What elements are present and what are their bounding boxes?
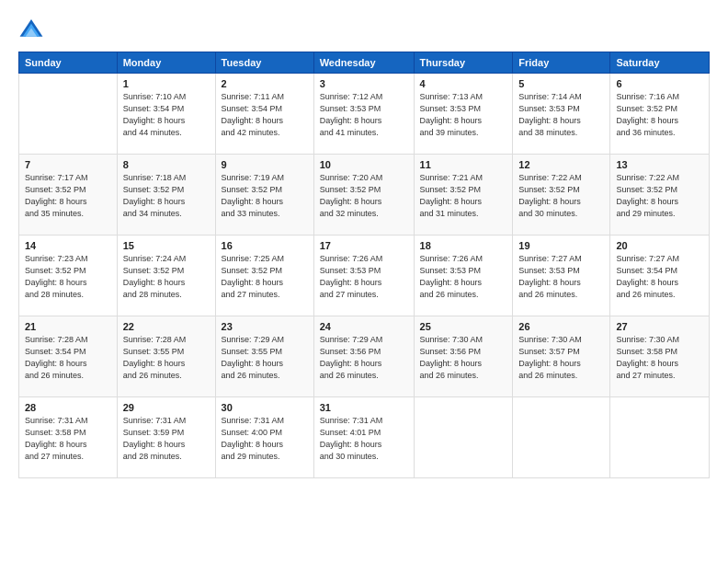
day-number: 18 (420, 240, 507, 251)
day-number: 1 (123, 78, 210, 89)
week-row-0: 1Sunrise: 7:10 AM Sunset: 3:54 PM Daylig… (19, 74, 710, 155)
day-cell: 1Sunrise: 7:10 AM Sunset: 3:54 PM Daylig… (117, 74, 215, 155)
day-cell (610, 397, 710, 478)
weekday-header-friday: Friday (513, 52, 610, 74)
day-info: Sunrise: 7:22 AM Sunset: 3:52 PM Dayligh… (518, 172, 604, 220)
day-cell: 8Sunrise: 7:18 AM Sunset: 3:52 PM Daylig… (117, 155, 215, 236)
day-info: Sunrise: 7:30 AM Sunset: 3:56 PM Dayligh… (420, 334, 507, 382)
day-info: Sunrise: 7:17 AM Sunset: 3:52 PM Dayligh… (25, 172, 111, 220)
day-cell: 29Sunrise: 7:31 AM Sunset: 3:59 PM Dayli… (117, 397, 215, 478)
day-number: 23 (222, 321, 308, 332)
day-info: Sunrise: 7:31 AM Sunset: 3:59 PM Dayligh… (123, 415, 210, 463)
day-cell: 4Sunrise: 7:13 AM Sunset: 3:53 PM Daylig… (414, 74, 513, 155)
day-info: Sunrise: 7:28 AM Sunset: 3:54 PM Dayligh… (25, 334, 111, 382)
day-info: Sunrise: 7:24 AM Sunset: 3:52 PM Dayligh… (123, 253, 210, 301)
day-number: 5 (518, 78, 604, 89)
day-number: 15 (123, 240, 210, 251)
day-number: 29 (123, 402, 210, 413)
day-cell: 9Sunrise: 7:19 AM Sunset: 3:52 PM Daylig… (215, 155, 313, 236)
day-info: Sunrise: 7:10 AM Sunset: 3:54 PM Dayligh… (123, 91, 210, 139)
day-number: 11 (420, 159, 507, 170)
day-number: 27 (616, 321, 703, 332)
day-number: 24 (320, 321, 408, 332)
day-cell: 6Sunrise: 7:16 AM Sunset: 3:52 PM Daylig… (610, 74, 710, 155)
day-cell: 16Sunrise: 7:25 AM Sunset: 3:52 PM Dayli… (215, 236, 313, 316)
day-number: 21 (25, 321, 111, 332)
day-number: 8 (123, 159, 210, 170)
day-info: Sunrise: 7:31 AM Sunset: 4:01 PM Dayligh… (320, 415, 408, 463)
weekday-header-tuesday: Tuesday (215, 52, 313, 74)
day-info: Sunrise: 7:30 AM Sunset: 3:57 PM Dayligh… (518, 334, 604, 382)
day-info: Sunrise: 7:29 AM Sunset: 3:56 PM Dayligh… (320, 334, 408, 382)
day-number: 22 (123, 321, 210, 332)
day-cell (414, 397, 513, 478)
day-number: 14 (25, 240, 111, 251)
day-number: 7 (25, 159, 111, 170)
day-info: Sunrise: 7:26 AM Sunset: 3:53 PM Dayligh… (320, 253, 408, 301)
week-row-2: 14Sunrise: 7:23 AM Sunset: 3:52 PM Dayli… (19, 236, 710, 316)
day-number: 10 (320, 159, 408, 170)
day-cell: 28Sunrise: 7:31 AM Sunset: 3:58 PM Dayli… (19, 397, 118, 478)
day-number: 9 (222, 159, 308, 170)
day-cell: 3Sunrise: 7:12 AM Sunset: 3:53 PM Daylig… (313, 74, 414, 155)
day-cell: 23Sunrise: 7:29 AM Sunset: 3:55 PM Dayli… (215, 316, 313, 397)
weekday-header-monday: Monday (117, 52, 215, 74)
day-number: 16 (222, 240, 308, 251)
day-number: 2 (222, 78, 308, 89)
week-row-3: 21Sunrise: 7:28 AM Sunset: 3:54 PM Dayli… (19, 316, 710, 397)
day-cell: 24Sunrise: 7:29 AM Sunset: 3:56 PM Dayli… (313, 316, 414, 397)
day-info: Sunrise: 7:21 AM Sunset: 3:52 PM Dayligh… (420, 172, 507, 220)
day-info: Sunrise: 7:22 AM Sunset: 3:52 PM Dayligh… (616, 172, 703, 220)
day-number: 3 (320, 78, 408, 89)
day-info: Sunrise: 7:14 AM Sunset: 3:53 PM Dayligh… (518, 91, 604, 139)
day-cell: 31Sunrise: 7:31 AM Sunset: 4:01 PM Dayli… (313, 397, 414, 478)
calendar-body: 1Sunrise: 7:10 AM Sunset: 3:54 PM Daylig… (19, 74, 710, 478)
weekday-header-wednesday: Wednesday (313, 52, 414, 74)
day-info: Sunrise: 7:20 AM Sunset: 3:52 PM Dayligh… (320, 172, 408, 220)
day-info: Sunrise: 7:12 AM Sunset: 3:53 PM Dayligh… (320, 91, 408, 139)
day-number: 28 (25, 402, 111, 413)
day-number: 26 (518, 321, 604, 332)
day-cell: 12Sunrise: 7:22 AM Sunset: 3:52 PM Dayli… (513, 155, 610, 236)
day-number: 31 (320, 402, 408, 413)
day-cell: 5Sunrise: 7:14 AM Sunset: 3:53 PM Daylig… (513, 74, 610, 155)
page: SundayMondayTuesdayWednesdayThursdayFrid… (0, 0, 728, 563)
day-cell: 17Sunrise: 7:26 AM Sunset: 3:53 PM Dayli… (313, 236, 414, 316)
day-info: Sunrise: 7:29 AM Sunset: 3:55 PM Dayligh… (222, 334, 308, 382)
day-cell (513, 397, 610, 478)
week-row-1: 7Sunrise: 7:17 AM Sunset: 3:52 PM Daylig… (19, 155, 710, 236)
calendar-header: SundayMondayTuesdayWednesdayThursdayFrid… (19, 52, 710, 74)
day-cell: 7Sunrise: 7:17 AM Sunset: 3:52 PM Daylig… (19, 155, 118, 236)
day-info: Sunrise: 7:28 AM Sunset: 3:55 PM Dayligh… (123, 334, 210, 382)
day-number: 25 (420, 321, 507, 332)
calendar-table: SundayMondayTuesdayWednesdayThursdayFrid… (18, 52, 710, 478)
day-info: Sunrise: 7:11 AM Sunset: 3:54 PM Dayligh… (222, 91, 308, 139)
day-cell: 14Sunrise: 7:23 AM Sunset: 3:52 PM Dayli… (19, 236, 118, 316)
day-cell: 19Sunrise: 7:27 AM Sunset: 3:53 PM Dayli… (513, 236, 610, 316)
day-cell: 11Sunrise: 7:21 AM Sunset: 3:52 PM Dayli… (414, 155, 513, 236)
day-number: 13 (616, 159, 703, 170)
day-cell: 22Sunrise: 7:28 AM Sunset: 3:55 PM Dayli… (117, 316, 215, 397)
day-cell: 30Sunrise: 7:31 AM Sunset: 4:00 PM Dayli… (215, 397, 313, 478)
weekday-header-thursday: Thursday (414, 52, 513, 74)
weekday-header-sunday: Sunday (19, 52, 118, 74)
day-cell: 21Sunrise: 7:28 AM Sunset: 3:54 PM Dayli… (19, 316, 118, 397)
day-cell: 15Sunrise: 7:24 AM Sunset: 3:52 PM Dayli… (117, 236, 215, 316)
day-cell: 18Sunrise: 7:26 AM Sunset: 3:53 PM Dayli… (414, 236, 513, 316)
day-info: Sunrise: 7:31 AM Sunset: 4:00 PM Dayligh… (222, 415, 308, 463)
day-info: Sunrise: 7:27 AM Sunset: 3:54 PM Dayligh… (616, 253, 703, 301)
day-info: Sunrise: 7:25 AM Sunset: 3:52 PM Dayligh… (222, 253, 308, 301)
day-info: Sunrise: 7:19 AM Sunset: 3:52 PM Dayligh… (222, 172, 308, 220)
day-number: 30 (222, 402, 308, 413)
day-number: 4 (420, 78, 507, 89)
day-info: Sunrise: 7:18 AM Sunset: 3:52 PM Dayligh… (123, 172, 210, 220)
logo-icon (18, 17, 44, 42)
weekday-row: SundayMondayTuesdayWednesdayThursdayFrid… (19, 52, 710, 74)
day-cell (19, 74, 118, 155)
day-info: Sunrise: 7:26 AM Sunset: 3:53 PM Dayligh… (420, 253, 507, 301)
day-number: 17 (320, 240, 408, 251)
day-info: Sunrise: 7:13 AM Sunset: 3:53 PM Dayligh… (420, 91, 507, 139)
day-number: 19 (518, 240, 604, 251)
day-info: Sunrise: 7:16 AM Sunset: 3:52 PM Dayligh… (616, 91, 703, 139)
day-info: Sunrise: 7:23 AM Sunset: 3:52 PM Dayligh… (25, 253, 111, 301)
